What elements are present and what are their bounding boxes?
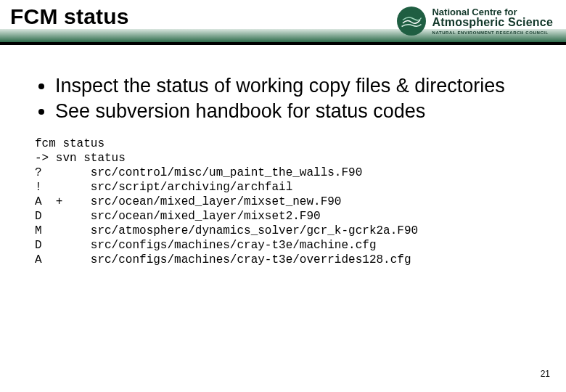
ncas-logo: National Centre for Atmospheric Science …	[397, 4, 553, 38]
bullet-list: Inspect the status of working copy files…	[35, 74, 538, 123]
logo-line2: Atmospheric Science	[432, 17, 553, 28]
slide-header: FCM status National Centre for Atmospher…	[0, 0, 566, 45]
page-number: 21	[541, 369, 550, 379]
slide-title: FCM status	[10, 4, 129, 29]
code-block: fcm status -> svn status ? src/control/m…	[35, 136, 538, 267]
list-item: See subversion handbook for status codes	[55, 99, 538, 123]
logo-text: National Centre for Atmospheric Science …	[432, 7, 553, 35]
svg-point-0	[402, 12, 422, 31]
logo-sub: NATURAL ENVIRONMENT RESEARCH COUNCIL	[432, 30, 553, 35]
ncas-globe-icon	[397, 7, 426, 36]
list-item: Inspect the status of working copy files…	[55, 74, 538, 98]
slide-body: Inspect the status of working copy files…	[0, 45, 566, 267]
